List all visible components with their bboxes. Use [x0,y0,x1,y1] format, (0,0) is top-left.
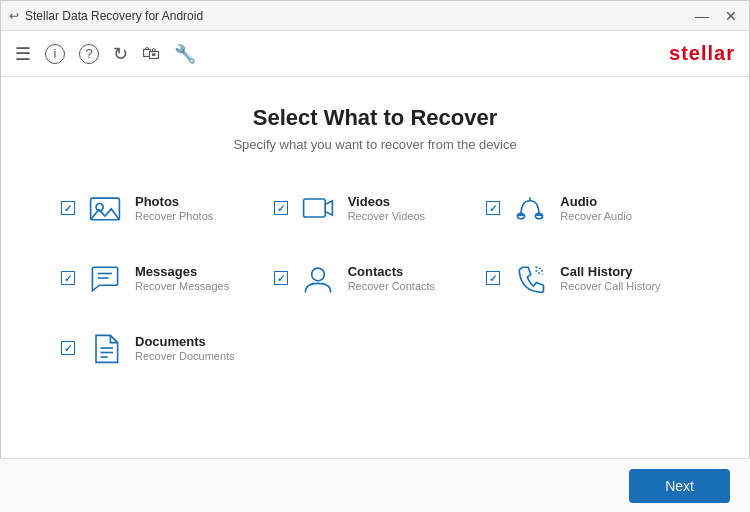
svg-rect-2 [303,199,325,217]
next-button[interactable]: Next [629,469,730,503]
label-videos: Videos [348,194,425,209]
icon-audio [510,188,550,228]
recovery-item-contacts[interactable]: Contacts Recover Contacts [274,258,477,298]
hamburger-icon[interactable]: ☰ [15,43,31,65]
page-title: Select What to Recover [61,105,689,131]
checkbox-contacts[interactable] [274,271,288,285]
stellar-logo: stellar [669,42,735,65]
svg-point-10 [311,268,324,281]
text-videos: Videos Recover Videos [348,194,425,222]
title-bar: ↩ Stellar Data Recovery for Android — ✕ [1,1,749,31]
svg-point-5 [518,213,525,218]
settings-icon[interactable]: 🔧 [174,43,196,65]
desc-audio: Recover Audio [560,210,632,222]
desc-documents: Recover Documents [135,350,235,362]
desc-callhistory: Recover Call History [560,280,660,292]
text-messages: Messages Recover Messages [135,264,229,292]
icon-callhistory [510,258,550,298]
icon-videos [298,188,338,228]
checkbox-callhistory[interactable] [486,271,500,285]
desc-contacts: Recover Contacts [348,280,435,292]
checkbox-videos[interactable] [274,201,288,215]
checkbox-audio[interactable] [486,201,500,215]
help-icon[interactable]: ? [79,44,99,64]
label-callhistory: Call History [560,264,660,279]
desc-videos: Recover Videos [348,210,425,222]
recovery-item-messages[interactable]: Messages Recover Messages [61,258,264,298]
recovery-item-callhistory[interactable]: Call History Recover Call History [486,258,689,298]
svg-point-6 [536,213,543,218]
checkbox-photos[interactable] [61,201,75,215]
text-photos: Photos Recover Photos [135,194,213,222]
label-audio: Audio [560,194,632,209]
icon-contacts [298,258,338,298]
text-documents: Documents Recover Documents [135,334,235,362]
recovery-item-videos[interactable]: Videos Recover Videos [274,188,477,228]
minimize-button[interactable]: — [691,9,713,23]
recovery-grid: Photos Recover Photos Videos Recover Vid… [61,188,689,368]
toolbar-icons: ☰ i ? ↻ 🛍 🔧 [15,43,196,65]
label-messages: Messages [135,264,229,279]
text-audio: Audio Recover Audio [560,194,632,222]
toolbar: ☰ i ? ↻ 🛍 🔧 stellar [1,31,749,77]
cart-icon[interactable]: 🛍 [142,43,160,64]
label-contacts: Contacts [348,264,435,279]
desc-photos: Recover Photos [135,210,213,222]
back-icon: ↩ [9,9,19,23]
footer: Next [0,458,750,512]
label-documents: Documents [135,334,235,349]
info-icon[interactable]: i [45,44,65,64]
title-bar-left: ↩ Stellar Data Recovery for Android [9,9,203,23]
close-button[interactable]: ✕ [721,9,741,23]
app-title: Stellar Data Recovery for Android [25,9,203,23]
recovery-item-audio[interactable]: Audio Recover Audio [486,188,689,228]
label-photos: Photos [135,194,213,209]
recovery-item-documents[interactable]: Documents Recover Documents [61,328,264,368]
icon-documents [85,328,125,368]
desc-messages: Recover Messages [135,280,229,292]
text-contacts: Contacts Recover Contacts [348,264,435,292]
checkbox-messages[interactable] [61,271,75,285]
title-bar-controls: — ✕ [691,9,741,23]
recovery-item-photos[interactable]: Photos Recover Photos [61,188,264,228]
checkbox-documents[interactable] [61,341,75,355]
refresh-icon[interactable]: ↻ [113,43,128,65]
page-subtitle: Specify what you want to recover from th… [61,137,689,152]
icon-messages [85,258,125,298]
text-callhistory: Call History Recover Call History [560,264,660,292]
main-content: Select What to Recover Specify what you … [1,77,749,459]
icon-photos [85,188,125,228]
